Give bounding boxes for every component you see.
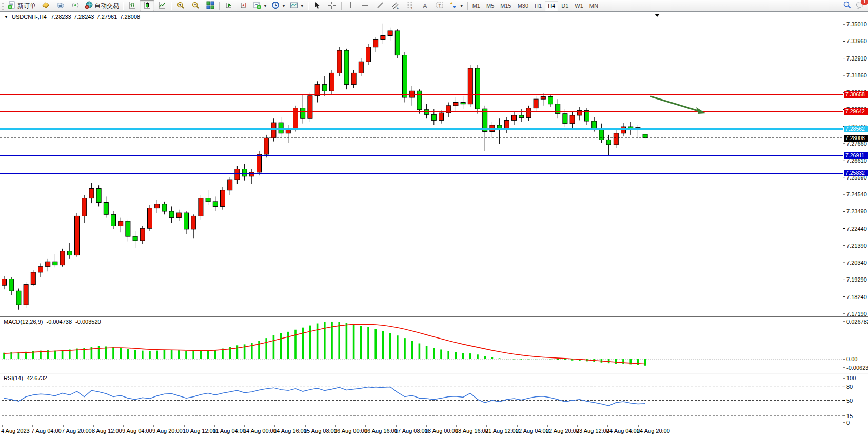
candle-body	[176, 213, 181, 218]
macd-histogram-bar	[178, 350, 180, 359]
zoom-in-button[interactable]	[173, 0, 188, 11]
macd-histogram-bar	[236, 345, 239, 359]
tile-windows-button[interactable]	[203, 0, 218, 11]
candle-body	[119, 221, 123, 226]
price-axis-tick-label: 7.20340	[846, 260, 867, 266]
candle-chart-button[interactable]	[140, 0, 154, 11]
text-label-tool-button[interactable]: T	[432, 0, 447, 11]
candle-body	[301, 108, 305, 119]
macd-axis-label: 0.00	[846, 356, 857, 362]
rsi-axis-label: 0	[846, 420, 850, 426]
notifications-button[interactable]: 1	[856, 1, 865, 11]
trendline-tool-button[interactable]	[373, 0, 388, 11]
cursor-tool-button[interactable]	[310, 0, 325, 11]
timeframe-button-m5[interactable]: M5	[483, 1, 497, 11]
price-axis-tick-label: 7.18240	[846, 294, 867, 300]
templates-caret: ▼	[300, 4, 304, 8]
horizontal-line-tool-button[interactable]	[358, 0, 373, 11]
macd-signal-value: -0.003520	[75, 319, 101, 325]
equidistant-channel-tool-button[interactable]: E	[388, 0, 403, 11]
toolbar-separator	[308, 2, 308, 10]
chart-shift-button[interactable]	[236, 0, 251, 11]
candle-body	[104, 202, 108, 214]
timeframe-button-m1[interactable]: M1	[469, 1, 483, 11]
macd-histogram-bar	[207, 351, 209, 359]
templates-button[interactable]: ▼	[288, 0, 306, 11]
macd-histogram-bar	[62, 350, 64, 359]
time-axis-label: 22 Aug 04:00	[516, 428, 549, 434]
auto-scroll-button[interactable]	[221, 0, 236, 11]
macd-histogram-bar	[629, 359, 632, 364]
timeframe-button-mn[interactable]: MN	[586, 1, 601, 11]
macd-histogram-bar	[317, 324, 319, 359]
time-axis-label: 10 Aug 12:00	[183, 428, 216, 434]
text-tool-button[interactable]: A	[418, 0, 432, 11]
zoom-out-button[interactable]	[188, 0, 203, 11]
macd-histogram-bar	[389, 333, 391, 359]
search-icon[interactable]	[843, 1, 852, 11]
macd-histogram-bar	[528, 359, 530, 359]
auto-trading-label: 自动交易	[94, 2, 119, 10]
line-chart-button[interactable]	[154, 0, 169, 11]
bar-chart-icon	[128, 1, 136, 11]
candle-body	[242, 169, 247, 176]
candle-chart-icon	[143, 1, 151, 11]
templates-icon	[290, 1, 298, 11]
svg-text:T: T	[439, 3, 441, 8]
fibonacci-icon: F	[406, 1, 414, 11]
data-window-button[interactable]	[53, 0, 68, 11]
macd-histogram-bar	[455, 352, 457, 359]
timeframe-button-h4[interactable]: H4	[545, 1, 558, 11]
candle-body	[169, 211, 174, 218]
timeframe-button-m15[interactable]: M15	[497, 1, 514, 11]
periods-button[interactable]: ▼	[269, 0, 288, 11]
candle-body	[264, 138, 269, 154]
arrows-tool-button[interactable]: ▼	[447, 0, 466, 11]
macd-histogram-bar	[535, 359, 537, 359]
timeframe-button-m30[interactable]: M30	[515, 1, 531, 11]
timeframe-button-w1[interactable]: W1	[571, 1, 586, 11]
candle-body	[96, 189, 101, 203]
macd-axis-label: 0.026782	[846, 319, 868, 325]
signal-button[interactable]	[68, 0, 83, 11]
auto-trading-button[interactable]: 自动交易	[83, 0, 121, 11]
bar-chart-button[interactable]	[125, 0, 140, 11]
new-order-icon	[8, 1, 16, 11]
macd-histogram-bar	[353, 324, 355, 359]
svg-text:F: F	[411, 6, 413, 9]
periods-clock-icon	[271, 1, 280, 11]
candle-body	[257, 154, 262, 172]
vertical-line-tool-button[interactable]	[343, 0, 358, 11]
new-order-button[interactable]: 新订单	[6, 0, 38, 11]
price-axis-tick-label: 7.35010	[846, 21, 867, 27]
price-axis-tick-label: 7.33960	[846, 38, 867, 44]
crosshair-tool-button[interactable]	[325, 0, 340, 11]
macd-histogram-bar	[491, 357, 494, 359]
chart-collapse-icon[interactable]: ▼	[4, 15, 8, 19]
candle-body	[111, 214, 116, 226]
bid-price-line-price-label: 7.28008	[844, 135, 868, 142]
auto-trading-icon	[85, 1, 93, 11]
candle-body	[417, 91, 422, 109]
macd-panel-label: MACD(12,26,9) -0.004738 -0.003520	[4, 319, 101, 325]
rsi-value: 42.6732	[27, 375, 47, 381]
timeframe-button-d1[interactable]: D1	[558, 1, 571, 11]
chart-canvas[interactable]: 7.350107.339607.329107.318607.308107.297…	[0, 12, 868, 437]
macd-histogram-bar	[513, 359, 515, 359]
price-axis-tick-label: 7.24540	[846, 191, 867, 197]
market-watch-button[interactable]	[38, 0, 53, 11]
macd-histogram-bar	[426, 346, 428, 359]
pivot-line-price-label: 7.28562	[844, 126, 868, 132]
macd-histogram-bar	[419, 343, 421, 359]
fibonacci-tool-button[interactable]: F	[403, 0, 418, 11]
candle-body	[24, 285, 28, 305]
chart-low-value: 7.27961	[97, 14, 117, 20]
indicators-button[interactable]: ▼	[251, 0, 269, 11]
periods-caret: ▼	[282, 4, 286, 8]
macd-histogram-bar	[564, 359, 566, 360]
time-axis-label: 15 Aug 08:00	[304, 428, 337, 434]
timeframe-button-h1[interactable]: H1	[531, 1, 545, 11]
time-axis-label: 18 Aug 00:00	[425, 428, 458, 434]
time-axis-label: 18 Aug 16:00	[455, 428, 488, 434]
resistance-line-1-price-label: 7.30658	[844, 91, 868, 98]
